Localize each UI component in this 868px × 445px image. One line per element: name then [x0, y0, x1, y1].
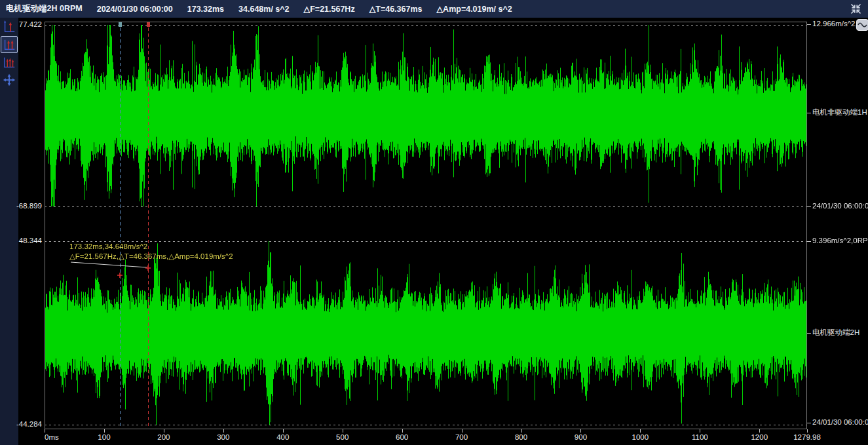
annotation-cursor-value: 173.32ms,34.648m/s^2 [69, 242, 233, 252]
app-window: { "toolbar": { "channel": "电机驱动端2H 0RPM"… [0, 0, 868, 445]
axis-tick [164, 429, 164, 433]
pan-move-icon [2, 73, 16, 87]
cursor-toolbar [0, 18, 18, 445]
collapse-arrows-icon [849, 2, 863, 16]
axis-tick [640, 429, 641, 433]
harmonic-cursor-tool-button[interactable] [1, 54, 18, 71]
x-axis-label: 0ms [45, 433, 59, 442]
axis-tick [580, 429, 581, 433]
dual-cursor-icon [2, 37, 16, 52]
cursor-time-label: 173.32ms [187, 5, 224, 14]
active-channel-label: 电机驱动端2H 0RPM [6, 3, 83, 14]
y-axis-label: 77.422 [0, 20, 42, 29]
channel2-stats-label: 9.396m/s^2,0RPM [812, 236, 868, 245]
x-axis-label: 1100 [677, 433, 722, 442]
axis-tick [700, 429, 700, 433]
axis-tick [807, 241, 811, 242]
x-axis-label: 300 [201, 433, 246, 442]
axis-tick [759, 429, 760, 433]
axis-tick [807, 333, 811, 334]
harmonic-cursor-icon [2, 55, 16, 69]
toolbar: 电机驱动端2H 0RPM 2024/01/30 06:00:00 173.32m… [0, 0, 868, 18]
delta-time-label: △T=46.367ms [369, 4, 423, 14]
pan-tool-button[interactable] [1, 71, 18, 88]
x-axis-label: 800 [499, 433, 544, 442]
axis-tick [402, 429, 403, 433]
channel2-timestamp-label: 24/01/30 06:00:00 [812, 417, 868, 427]
waveform-plot[interactable] [45, 22, 807, 429]
x-axis-label: 100 [82, 433, 126, 442]
y-axis-label: -68.899 [0, 201, 42, 210]
cursor-annotation: 173.32ms,34.648m/s^2 △F=21.567Hz,△T=46.3… [69, 242, 233, 261]
axis-tick [807, 423, 811, 423]
x-axis-label: 1279.98 [785, 433, 829, 442]
waveform-toggle-button[interactable] [856, 19, 868, 31]
x-axis-label: 900 [558, 433, 603, 442]
axis-tick [807, 24, 811, 25]
x-axis-label: 1000 [618, 433, 662, 442]
axis-tick [104, 429, 105, 433]
x-axis-label: 400 [261, 433, 305, 442]
axis-tick [462, 429, 462, 433]
datetime-label: 2024/01/30 06:00:00 [97, 5, 173, 14]
channel2-name-label: 电机驱动端2H [812, 328, 859, 337]
x-axis-label: 1200 [737, 433, 782, 442]
axis-tick [343, 429, 343, 433]
annotation-delta-values: △F=21.567Hz,△T=46.367ms,△Amp=4.019m/s^2 [69, 252, 233, 261]
cursor-amplitude-label: 34.648m/ s^2 [238, 5, 290, 14]
x-axis-label: 200 [142, 433, 186, 442]
axis-tick [45, 429, 45, 433]
axis-tick [283, 429, 284, 433]
collapse-icon[interactable] [849, 2, 863, 16]
axis-tick [807, 113, 811, 113]
x-axis-label: 600 [380, 433, 425, 442]
axis-tick [807, 429, 808, 433]
axis-tick [521, 429, 522, 433]
x-axis-label: 700 [440, 433, 484, 442]
delta-amplitude-label: △Amp=4.019m/ s^2 [437, 4, 512, 14]
axis-tick [807, 206, 811, 207]
y-axis-label: -44.284 [0, 419, 42, 429]
delta-frequency-label: △F=21.567Hz [304, 4, 355, 14]
y-axis-label: 48.344 [0, 236, 42, 245]
channel1-timestamp-label: 24/01/30 06:00:00 [812, 201, 868, 210]
dual-cursor-tool-button[interactable] [1, 36, 18, 53]
channel1-name-label: 电机非驱动端1H [812, 107, 867, 117]
x-axis-label: 500 [320, 433, 365, 442]
sine-wave-icon [858, 21, 867, 29]
axis-tick [223, 429, 224, 433]
